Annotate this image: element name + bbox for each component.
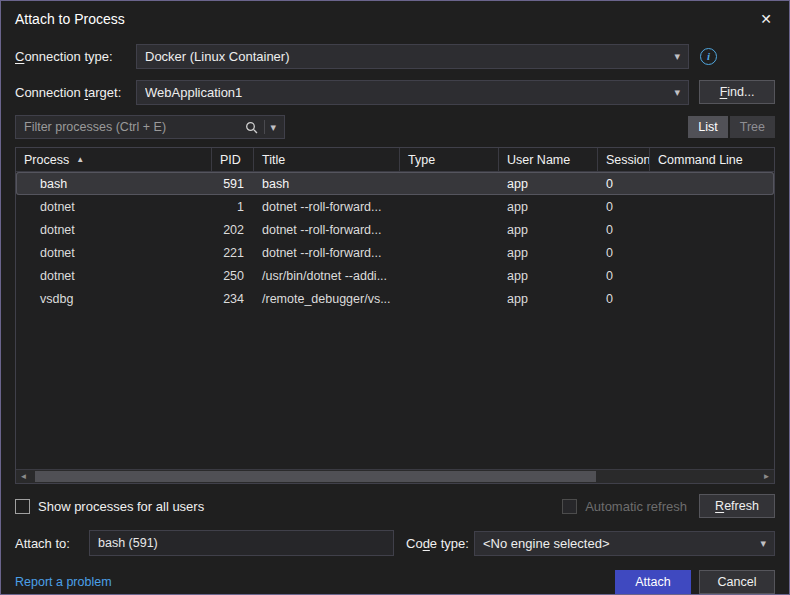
filter-dropdown-chevron-icon[interactable]: ▾	[267, 121, 279, 134]
column-header-pid[interactable]: PID	[212, 148, 254, 171]
cell-title: /usr/bin/dotnet --addi...	[254, 264, 400, 287]
cell-process: dotnet	[16, 241, 212, 264]
show-all-users-checkbox[interactable]	[15, 499, 30, 514]
attach-to-row: Attach to: Code type: <No engine selecte…	[15, 530, 775, 556]
connection-target-row: Connection target: WebApplication1 ▾ Fin…	[15, 79, 775, 105]
footer-buttons: Attach Cancel	[615, 570, 775, 594]
process-table: Process ▲ PID Title Type User Name Sessi…	[15, 147, 775, 484]
cell-session: 0	[598, 218, 650, 241]
attach-to-label: Attach to:	[15, 536, 89, 551]
connection-target-dropdown[interactable]: WebApplication1 ▾	[136, 80, 689, 105]
options-row: Show processes for all users Automatic r…	[15, 494, 775, 518]
view-toggle-group: List Tree	[688, 116, 775, 138]
cell-title: bash	[254, 172, 400, 195]
cell-command-line	[650, 287, 774, 310]
code-type-value: <No engine selected>	[483, 536, 752, 551]
automatic-refresh-checkbox	[562, 499, 577, 514]
connection-type-dropdown[interactable]: Docker (Linux Container) ▾	[136, 44, 689, 69]
cell-pid: 202	[212, 218, 254, 241]
cell-process: dotnet	[16, 195, 212, 218]
filter-processes-input[interactable]	[24, 120, 241, 134]
search-icon[interactable]	[241, 121, 262, 134]
scrollbar-track[interactable]	[31, 470, 759, 483]
refresh-button[interactable]: Refresh	[699, 494, 775, 518]
filter-divider	[264, 120, 265, 134]
chevron-down-icon: ▾	[674, 50, 680, 63]
connection-type-label: Connection type:	[15, 49, 136, 64]
cell-command-line	[650, 195, 774, 218]
chevron-down-icon: ▾	[760, 537, 766, 550]
table-row[interactable]: dotnet 221 dotnet --roll-forward... app …	[16, 241, 774, 264]
close-button[interactable]: ✕	[743, 1, 789, 37]
connection-type-info-slot: i	[689, 48, 775, 65]
cell-type	[400, 241, 499, 264]
close-icon: ✕	[760, 11, 772, 27]
attach-to-input[interactable]	[89, 530, 394, 556]
column-header-session[interactable]: Session	[598, 148, 650, 171]
cell-command-line	[650, 172, 774, 195]
automatic-refresh-label: Automatic refresh	[585, 499, 687, 514]
table-row[interactable]: vsdbg 234 /remote_debugger/vs... app 0	[16, 287, 774, 310]
cell-type	[400, 195, 499, 218]
cell-session: 0	[598, 172, 650, 195]
tree-view-button[interactable]: Tree	[730, 116, 775, 138]
cell-session: 0	[598, 287, 650, 310]
cell-session: 0	[598, 195, 650, 218]
refresh-group: Automatic refresh Refresh	[562, 494, 775, 518]
cell-title: dotnet --roll-forward...	[254, 241, 400, 264]
cancel-button[interactable]: Cancel	[699, 570, 775, 594]
cell-command-line	[650, 218, 774, 241]
table-row[interactable]: dotnet 250 /usr/bin/dotnet --addi... app…	[16, 264, 774, 287]
cell-pid: 250	[212, 264, 254, 287]
table-row[interactable]: dotnet 202 dotnet --roll-forward... app …	[16, 218, 774, 241]
cell-type	[400, 287, 499, 310]
cell-process: vsdbg	[16, 287, 212, 310]
cell-command-line	[650, 241, 774, 264]
scroll-right-arrow-icon[interactable]: ►	[759, 470, 774, 483]
cell-title: dotnet --roll-forward...	[254, 218, 400, 241]
cell-user-name: app	[499, 218, 598, 241]
cell-user-name: app	[499, 287, 598, 310]
connection-target-value: WebApplication1	[145, 85, 666, 100]
filter-processes-box: ▾	[15, 115, 285, 139]
cell-process: dotnet	[16, 264, 212, 287]
cell-session: 0	[598, 241, 650, 264]
cell-pid: 234	[212, 287, 254, 310]
cell-type	[400, 264, 499, 287]
column-header-process[interactable]: Process ▲	[16, 148, 212, 171]
connection-target-label: Connection target:	[15, 85, 136, 100]
column-header-user-name[interactable]: User Name	[499, 148, 598, 171]
cell-pid: 1	[212, 195, 254, 218]
cell-title: dotnet --roll-forward...	[254, 195, 400, 218]
list-view-button[interactable]: List	[688, 116, 727, 138]
table-row[interactable]: bash 591 bash app 0	[16, 172, 774, 195]
attach-button[interactable]: Attach	[615, 570, 691, 594]
find-button[interactable]: Find...	[699, 80, 775, 104]
footer-row: Report a problem Attach Cancel	[15, 570, 775, 594]
column-header-type[interactable]: Type	[400, 148, 499, 171]
dialog-title: Attach to Process	[15, 11, 125, 27]
scroll-left-arrow-icon[interactable]: ◄	[16, 470, 31, 483]
horizontal-scrollbar: ◄ ►	[16, 469, 774, 483]
connection-type-value: Docker (Linux Container)	[145, 49, 666, 64]
cell-type	[400, 172, 499, 195]
table-row[interactable]: dotnet 1 dotnet --roll-forward... app 0	[16, 195, 774, 218]
column-header-command-line[interactable]: Command Line	[650, 148, 774, 171]
scrollbar-thumb[interactable]	[35, 471, 596, 482]
cell-process: dotnet	[16, 218, 212, 241]
title-bar: Attach to Process ✕	[1, 1, 789, 37]
cell-process: bash	[16, 172, 212, 195]
attach-to-process-dialog: Attach to Process ✕ Connection type: Doc…	[0, 0, 790, 595]
column-header-title[interactable]: Title	[254, 148, 400, 171]
connection-type-row: Connection type: Docker (Linux Container…	[15, 43, 775, 69]
cell-type	[400, 218, 499, 241]
show-all-users-label: Show processes for all users	[38, 499, 204, 514]
cell-user-name: app	[499, 241, 598, 264]
cell-user-name: app	[499, 264, 598, 287]
report-a-problem-link[interactable]: Report a problem	[15, 575, 112, 589]
info-icon[interactable]: i	[700, 48, 717, 65]
filter-row: ▾ List Tree	[15, 115, 775, 139]
code-type-dropdown[interactable]: <No engine selected> ▾	[474, 531, 775, 556]
cell-pid: 221	[212, 241, 254, 264]
chevron-down-icon: ▾	[674, 86, 680, 99]
